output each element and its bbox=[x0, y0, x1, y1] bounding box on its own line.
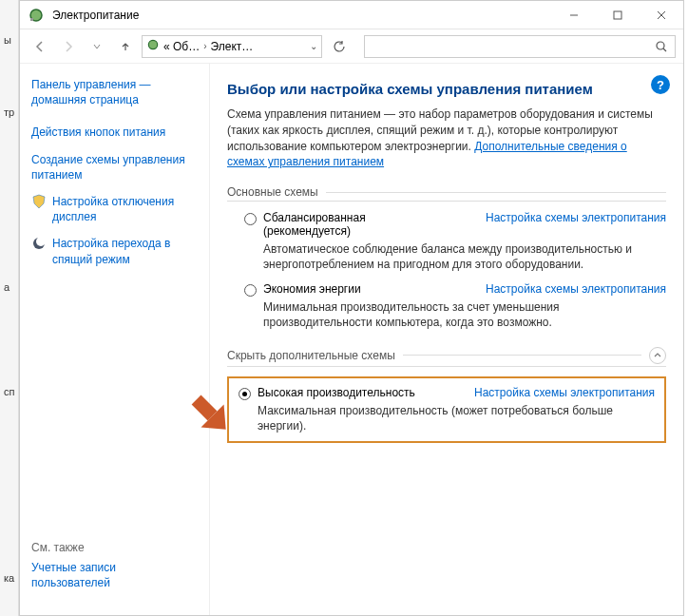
svg-point-10 bbox=[36, 237, 46, 246]
close-button[interactable] bbox=[640, 1, 683, 29]
main-panel: ? Выбор или настройка схемы управления п… bbox=[210, 64, 683, 615]
primary-schemes-header: Основные схемы bbox=[227, 183, 666, 202]
additional-schemes-header[interactable]: Скрыть дополнительные схемы bbox=[227, 345, 666, 367]
scheme-description: Автоматическое соблюдение баланса между … bbox=[263, 241, 666, 272]
svg-line-8 bbox=[663, 48, 666, 51]
configure-scheme-link[interactable]: Настройка схемы электропитания bbox=[486, 211, 666, 238]
bg-text: ы bbox=[4, 34, 11, 46]
see-also-header: См. также bbox=[31, 541, 198, 554]
shield-icon bbox=[31, 194, 47, 209]
breadcrumb-item[interactable]: Элект… bbox=[211, 40, 254, 53]
scheme-balanced: Сбалансированная (рекомендуется) Настрой… bbox=[227, 211, 666, 281]
radio-saver[interactable] bbox=[244, 284, 257, 297]
bg-text: а bbox=[4, 281, 10, 293]
configure-scheme-link[interactable]: Настройка схемы электропитания bbox=[474, 386, 655, 399]
search-input[interactable] bbox=[365, 40, 648, 53]
window: Электропитание « Об… › Элект… ⌄ bbox=[19, 0, 684, 616]
moon-icon bbox=[31, 236, 47, 251]
scheme-name: Высокая производительность bbox=[258, 386, 415, 399]
search-icon[interactable] bbox=[648, 40, 675, 53]
scheme-name: Сбалансированная (рекомендуется) bbox=[263, 211, 366, 238]
sleep-settings-link[interactable]: Настройка перехода вспящий режим bbox=[31, 236, 198, 266]
page-title: Выбор или настройка схемы управления пит… bbox=[227, 81, 666, 97]
help-button[interactable]: ? bbox=[651, 75, 670, 94]
display-off-link[interactable]: Настройка отключениядисплея bbox=[31, 194, 198, 224]
up-button[interactable] bbox=[113, 34, 138, 59]
configure-scheme-link[interactable]: Настройка схемы электропитания bbox=[486, 282, 666, 296]
chevron-right-icon: › bbox=[203, 41, 206, 51]
refresh-button[interactable] bbox=[326, 35, 353, 58]
svg-point-6 bbox=[148, 40, 157, 48]
high-performance-highlight: Высокая производительность Настройка схе… bbox=[227, 376, 666, 443]
chevron-down-icon[interactable]: ⌄ bbox=[310, 41, 317, 51]
content: Панель управления — домашняя страница Де… bbox=[20, 64, 683, 615]
svg-rect-1 bbox=[30, 18, 33, 21]
scheme-description: Минимальная производительность за счет у… bbox=[263, 299, 666, 330]
bg-text: сп bbox=[4, 386, 14, 397]
radio-balanced[interactable] bbox=[244, 213, 257, 225]
radio-high-performance[interactable] bbox=[239, 388, 251, 400]
scheme-saver: Экономия энергии Настройка схемы электро… bbox=[227, 282, 666, 339]
scheme-description: Максимальная производительность (может п… bbox=[258, 403, 655, 433]
power-button-actions-link[interactable]: Действия кнопок питания bbox=[31, 125, 198, 140]
breadcrumb[interactable]: « Об… › Элект… ⌄ bbox=[142, 35, 322, 58]
bg-text: ка bbox=[4, 572, 14, 584]
sidebar: Панель управления — домашняя страница Де… bbox=[20, 64, 210, 615]
background-strip: ы тр а сп ка bbox=[0, 0, 19, 616]
maximize-button[interactable] bbox=[596, 1, 640, 29]
svg-rect-3 bbox=[614, 11, 621, 19]
search-box bbox=[364, 35, 676, 58]
see-also-section: См. также Учетные записи пользователей bbox=[31, 541, 198, 602]
bg-text: тр bbox=[4, 106, 14, 118]
svg-point-7 bbox=[657, 42, 664, 49]
forward-button[interactable] bbox=[56, 34, 81, 59]
minimize-button[interactable] bbox=[552, 1, 596, 29]
create-power-plan-link[interactable]: Создание схемы управления питанием bbox=[31, 152, 198, 183]
user-accounts-link[interactable]: Учетные записи пользователей bbox=[31, 560, 198, 590]
back-button[interactable] bbox=[28, 34, 52, 59]
breadcrumb-item[interactable]: « Об… bbox=[163, 40, 200, 53]
power-options-icon bbox=[146, 38, 160, 54]
navbar: « Об… › Элект… ⌄ bbox=[20, 29, 683, 64]
window-title: Электропитание bbox=[52, 9, 139, 22]
page-description: Схема управления питанием — это набор па… bbox=[227, 106, 666, 170]
power-options-icon bbox=[28, 7, 45, 24]
recent-chevron-icon[interactable] bbox=[85, 34, 109, 59]
control-panel-home-link[interactable]: Панель управления — домашняя страница bbox=[31, 77, 198, 107]
titlebar: Электропитание bbox=[20, 1, 683, 29]
collapse-toggle-icon[interactable] bbox=[649, 347, 666, 364]
scheme-name: Экономия энергии bbox=[263, 282, 361, 296]
